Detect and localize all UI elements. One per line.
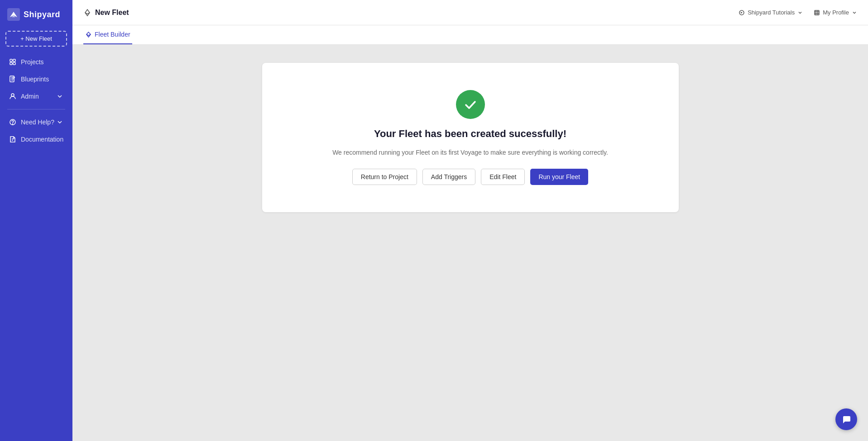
sidebar-item-label: Blueprints: [21, 76, 49, 83]
checkmark-icon: [463, 97, 478, 112]
tab-label: Fleet Builder: [95, 31, 130, 38]
tab-bar: Fleet Builder: [72, 25, 868, 45]
return-to-project-button[interactable]: Return to Project: [352, 169, 417, 185]
tutorials-link[interactable]: Shipyard Tutorials: [739, 9, 803, 16]
page-title: New Fleet: [95, 9, 129, 17]
blueprints-icon: [9, 76, 16, 83]
profile-chevron-icon: [852, 10, 857, 15]
help-icon: [9, 119, 16, 126]
content-area: Your Fleet has been created sucessfully!…: [72, 45, 868, 441]
sidebar-nav: Projects Blueprints Admin: [0, 54, 72, 441]
svg-rect-3: [10, 62, 12, 65]
sidebar-item-projects[interactable]: Projects: [2, 54, 71, 70]
sidebar-item-label: Documentation: [21, 136, 63, 143]
sidebar-item-admin[interactable]: Admin: [2, 88, 71, 104]
tutorials-chevron-icon: [797, 10, 803, 15]
sidebar-item-need-help[interactable]: Need Help?: [2, 114, 71, 130]
svg-rect-1: [10, 59, 12, 62]
fleet-header-icon: [83, 9, 91, 17]
run-fleet-button[interactable]: Run your Fleet: [530, 169, 588, 185]
page-header: New Fleet Shipyard Tutorials My Profile: [72, 0, 868, 25]
help-chevron-icon: [56, 119, 63, 126]
svg-point-8: [13, 124, 13, 124]
edit-fleet-button[interactable]: Edit Fleet: [481, 169, 525, 185]
svg-point-6: [11, 94, 14, 96]
sidebar-item-blueprints[interactable]: Blueprints: [2, 71, 71, 87]
sidebar-item-label: Admin: [21, 93, 39, 100]
add-triggers-button[interactable]: Add Triggers: [422, 169, 475, 185]
sidebar-logo: Shipyard: [0, 0, 72, 29]
success-card: Your Fleet has been created sucessfully!…: [262, 63, 679, 212]
sidebar: Shipyard + New Fleet Projects Blueprints: [0, 0, 72, 441]
admin-icon: [9, 93, 16, 100]
projects-icon: [9, 58, 16, 66]
action-buttons: Return to Project Add Triggers Edit Flee…: [352, 169, 588, 185]
documentation-icon: [9, 136, 16, 143]
header-left: New Fleet: [83, 9, 129, 17]
fleet-builder-tab-icon: [85, 31, 92, 38]
sidebar-divider: [7, 109, 65, 109]
tutorials-icon: [739, 9, 745, 16]
tutorials-label: Shipyard Tutorials: [748, 9, 795, 16]
new-fleet-button[interactable]: + New Fleet: [5, 31, 67, 47]
svg-rect-4: [13, 62, 15, 65]
profile-icon: [814, 9, 820, 16]
sidebar-logo-text: Shipyard: [24, 10, 60, 19]
success-icon: [456, 90, 485, 119]
profile-label: My Profile: [823, 9, 849, 16]
chat-icon: [841, 414, 851, 424]
svg-rect-10: [815, 10, 819, 15]
profile-link[interactable]: My Profile: [814, 9, 857, 16]
admin-chevron-icon: [56, 93, 63, 100]
shipyard-logo-icon: [7, 8, 20, 21]
sidebar-item-documentation[interactable]: Documentation: [2, 131, 71, 147]
sidebar-item-label: Projects: [21, 58, 44, 66]
sidebar-item-label: Need Help?: [21, 119, 54, 126]
tab-fleet-builder[interactable]: Fleet Builder: [83, 25, 132, 44]
success-title: Your Fleet has been created sucessfully!: [374, 128, 566, 140]
success-subtitle: We recommend running your Fleet on its f…: [332, 149, 608, 156]
chat-fab-button[interactable]: [835, 408, 857, 430]
main-content: New Fleet Shipyard Tutorials My Profile: [72, 0, 868, 441]
header-right: Shipyard Tutorials My Profile: [739, 9, 857, 16]
svg-rect-2: [13, 59, 15, 62]
